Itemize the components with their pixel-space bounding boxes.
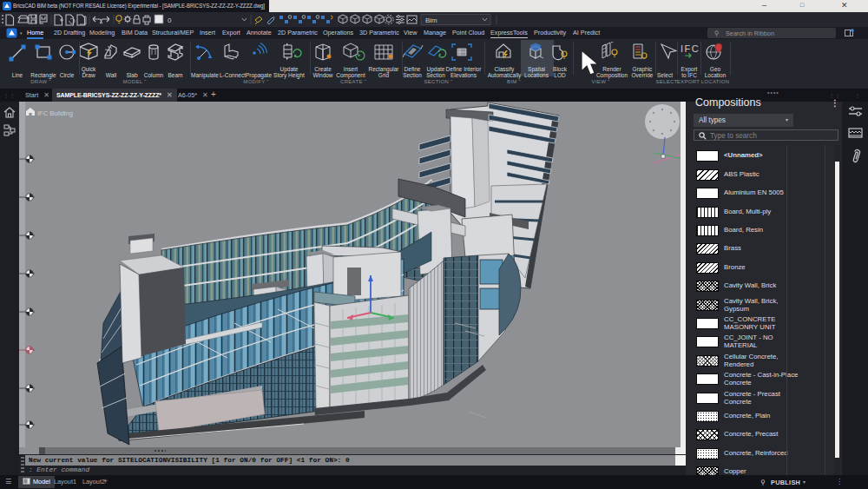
svg-text:0: 0	[168, 17, 172, 24]
svg-text:IFC Building: IFC Building	[37, 109, 73, 117]
svg-text:IFC: IFC	[681, 43, 700, 54]
svg-text:Bim: Bim	[425, 17, 437, 24]
